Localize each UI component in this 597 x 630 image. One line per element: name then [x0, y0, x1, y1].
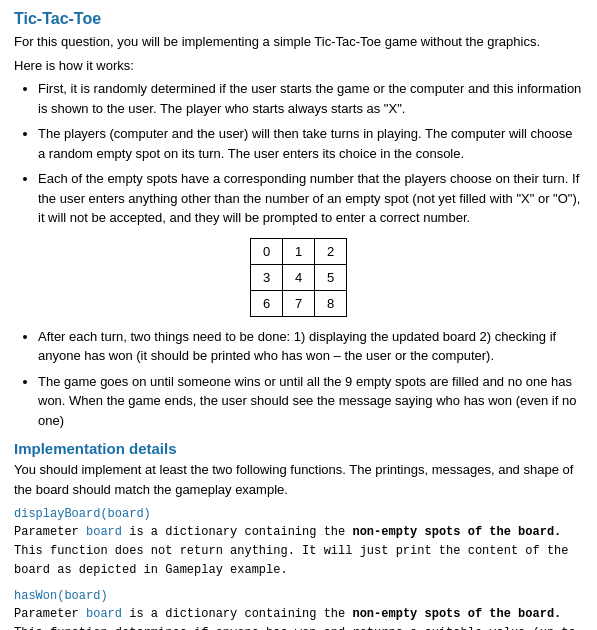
- func1-param-bold: non-empty spots of the board.: [352, 525, 561, 539]
- intro-line1: For this question, you will be implement…: [14, 32, 583, 52]
- section2-title: Implementation details: [14, 440, 583, 457]
- page-title: Tic-Tac-Toe: [14, 10, 583, 28]
- intro-line2: Here is how it works:: [14, 56, 583, 76]
- func1-line2: This function does not return anything. …: [14, 544, 569, 558]
- bullet-list-2: After each turn, two things need to be d…: [38, 327, 583, 431]
- board-cell: 8: [315, 290, 347, 316]
- func1-line3: board as depicted in Gameplay example.: [14, 563, 288, 577]
- func1-param-prefix: Parameter: [14, 525, 86, 539]
- board-cell: 0: [251, 238, 283, 264]
- func2-param-var: board: [86, 607, 122, 621]
- list-item: The players (computer and the user) will…: [38, 124, 583, 163]
- list-item: First, it is randomly determined if the …: [38, 79, 583, 118]
- board-cell: 6: [251, 290, 283, 316]
- bullet-list: First, it is randomly determined if the …: [38, 79, 583, 228]
- list-item: Each of the empty spots have a correspon…: [38, 169, 583, 228]
- func1-sig: displayBoard(board): [14, 507, 583, 521]
- board-cell: 2: [315, 238, 347, 264]
- board-cell: 1: [283, 238, 315, 264]
- func2-block: Parameter board is a dictionary containi…: [14, 605, 583, 630]
- board-cell: 7: [283, 290, 315, 316]
- board-wrapper: 012345678: [14, 238, 583, 317]
- func2-sig: hasWon(board): [14, 589, 583, 603]
- list-item: The game goes on until someone wins or u…: [38, 372, 583, 431]
- list-item: After each turn, two things need to be d…: [38, 327, 583, 366]
- board-cell: 4: [283, 264, 315, 290]
- board-cell: 3: [251, 264, 283, 290]
- func2-line2: This function determines if anyone has w…: [14, 626, 576, 630]
- ttt-board: 012345678: [250, 238, 347, 317]
- func1-block: Parameter board is a dictionary containi…: [14, 523, 583, 581]
- func1-param-var: board: [86, 525, 122, 539]
- board-cell: 5: [315, 264, 347, 290]
- func2-param-bold: non-empty spots of the board.: [352, 607, 561, 621]
- section2-body: You should implement at least the two fo…: [14, 460, 583, 499]
- func2-param-mid: is a dictionary containing the: [122, 607, 352, 621]
- func2-param-prefix: Parameter: [14, 607, 86, 621]
- func1-param-mid: is a dictionary containing the: [122, 525, 352, 539]
